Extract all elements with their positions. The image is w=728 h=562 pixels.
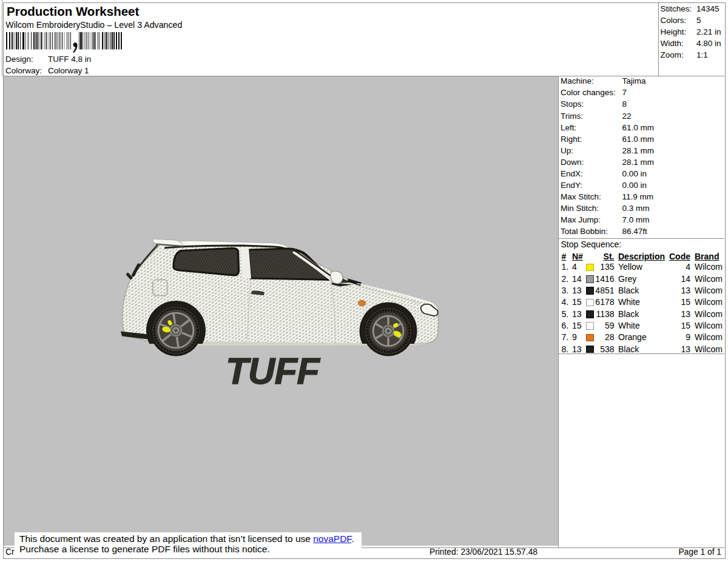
svg-text:TUFF: TUFF [226,350,320,392]
